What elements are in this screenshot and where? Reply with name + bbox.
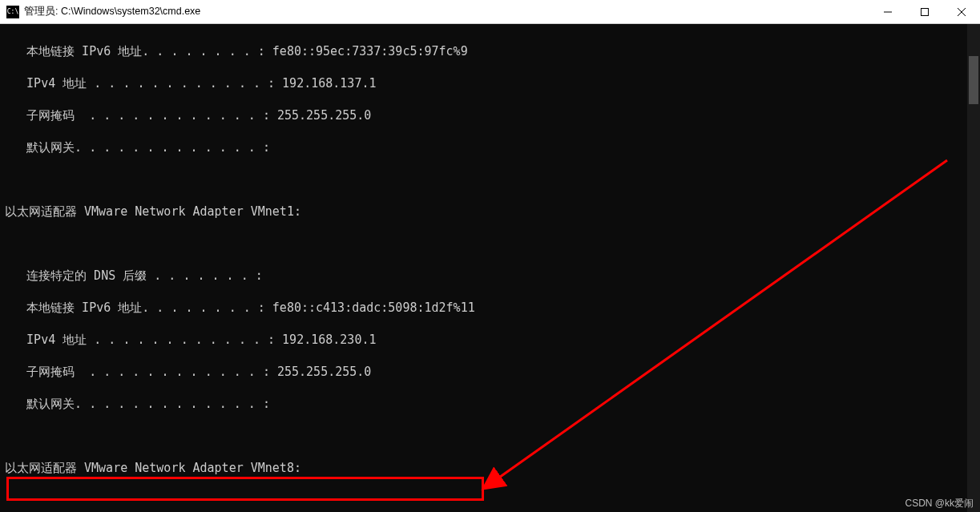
vertical-scrollbar[interactable] — [967, 24, 980, 512]
adapter-header: 以太网适配器 VMware Network Adapter VMnet1: — [5, 204, 974, 220]
ipv4-line: IPv4 地址 . . . . . . . . . . . . : 192.16… — [5, 332, 974, 348]
svg-rect-1 — [922, 8, 929, 15]
adapter-header: 以太网适配器 VMware Network Adapter VMnet8: — [5, 460, 974, 476]
gateway-line: 默认网关. . . . . . . . . . . . . : — [5, 139, 974, 155]
scrollbar-thumb[interactable] — [969, 56, 978, 104]
close-button[interactable] — [943, 0, 980, 23]
minimize-button[interactable] — [869, 0, 906, 23]
window-controls — [869, 0, 980, 23]
dns-line: 连接特定的 DNS 后缀 . . . . . . . : — [5, 268, 974, 284]
mask-line: 子网掩码 . . . . . . . . . . . . : 255.255.2… — [5, 107, 974, 123]
ipv6-line: 本地链接 IPv6 地址. . . . . . . . : fe80::c413… — [5, 300, 974, 316]
watermark: CSDN @kk爱闹 — [905, 497, 974, 510]
ipv4-line: IPv4 地址 . . . . . . . . . . . . : 192.16… — [5, 75, 974, 91]
maximize-button[interactable] — [906, 0, 943, 23]
blank-line — [5, 236, 974, 252]
cmd-icon: C:\ — [6, 6, 19, 18]
blank-line — [5, 428, 974, 444]
terminal-output[interactable]: 本地链接 IPv6 地址. . . . . . . . : fe80::95ec… — [0, 24, 980, 512]
ipv6-line: 本地链接 IPv6 地址. . . . . . . . : fe80::95ec… — [5, 43, 974, 59]
mask-line: 子网掩码 . . . . . . . . . . . . : 255.255.2… — [5, 364, 974, 380]
window-title: 管理员: C:\Windows\system32\cmd.exe — [24, 5, 869, 18]
window-titlebar: C:\ 管理员: C:\Windows\system32\cmd.exe — [0, 0, 980, 24]
blank-line — [5, 171, 974, 187]
gateway-line: 默认网关. . . . . . . . . . . . . : — [5, 396, 974, 412]
blank-line — [5, 492, 974, 508]
